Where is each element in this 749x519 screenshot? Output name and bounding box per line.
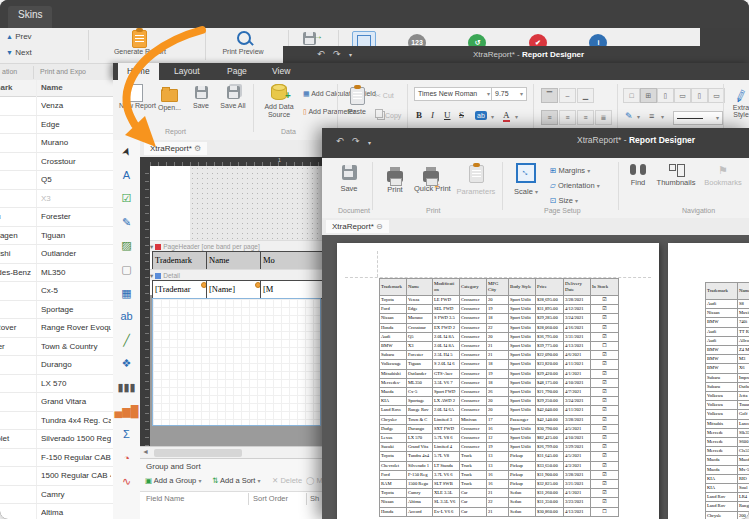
grid-row[interactable]: Chevrolet Silverado 1500 Regular Ca — [0, 430, 113, 449]
quick-print-button[interactable]: ★ Quick Print — [414, 160, 448, 193]
print-button[interactable]: Print — [380, 160, 410, 194]
border-left-button[interactable]: ▯ — [657, 88, 674, 103]
header-cell-model[interactable]: Mo — [260, 251, 322, 270]
save-report-button[interactable]: Save — [187, 85, 215, 109]
grid-row[interactable]: Honda Crosstour — [0, 153, 113, 172]
grid-row[interactable]: Chrysler Town & Country — [0, 338, 113, 357]
toolbox-item[interactable]: ◔ — [113, 447, 140, 471]
align-top-button[interactable]: ▔ — [541, 88, 558, 103]
grid-row[interactable]: RAM 1500 Regular CAB 4X4 — [0, 467, 113, 486]
toolbox-item[interactable]: A — [113, 164, 140, 188]
strikethrough-button[interactable]: S — [459, 110, 464, 120]
grid-row[interactable]: Mitsubishi Outlander — [0, 245, 113, 264]
grid-row[interactable]: KIA Sportage — [0, 301, 113, 320]
sort-order-column-header[interactable]: Sort Order — [253, 494, 288, 503]
align-middle-button[interactable]: – — [559, 88, 576, 103]
grid-row[interactable]: Lexus LX 570 — [0, 375, 113, 394]
grid-row[interactable]: Dodge Durango — [0, 356, 113, 375]
border-top-button[interactable]: ▭ — [674, 88, 691, 103]
add-group-button[interactable]: ▣ Add a Group ▾ — [145, 476, 201, 485]
field-name-column-header[interactable]: Field Name — [146, 494, 184, 503]
grid-row[interactable]: Volkswagen Tiguan — [0, 227, 113, 246]
text-justify-button[interactable]: ≣ — [595, 110, 612, 125]
copy-button[interactable]: Copy — [375, 109, 401, 119]
redo-icon[interactable]: ↷ — [333, 49, 341, 59]
redo-icon[interactable]: ↷ — [352, 136, 360, 146]
close-tab-icon[interactable]: ⊖ — [376, 222, 383, 231]
gear-icon[interactable]: ⚙ — [194, 144, 201, 153]
band-empty-area[interactable] — [152, 298, 321, 426]
print-preview-area[interactable]: TrademarkName Modificati onCategory MPG … — [322, 235, 749, 519]
toolbox-item[interactable]: ☑ — [113, 187, 140, 211]
toolbox-item[interactable]: ✎ — [113, 211, 140, 235]
toolbox-item[interactable]: ▄▆█ — [113, 400, 140, 424]
group-sort-empty-list[interactable] — [140, 505, 322, 519]
grid-row[interactable]: Toyota Venza — [0, 97, 113, 116]
align-bottom-button[interactable]: ▁ — [577, 88, 594, 103]
grid-row[interactable]: Mercedes-Benz ML350 — [0, 264, 113, 283]
detail-cell-model[interactable]: [M — [260, 280, 322, 299]
quick-access-dropdown-icon[interactable]: ▾ — [368, 139, 371, 146]
border-color-dropdown-icon[interactable]: ▾ — [637, 113, 640, 120]
grid-row[interactable]: BMW X3 — [0, 190, 113, 209]
scroll-left-icon[interactable]: ◄ — [142, 448, 149, 455]
add-data-source-button[interactable]: + Add Data Source — [259, 84, 299, 119]
paste-button[interactable]: Paste — [343, 85, 371, 115]
detail-cell-trademark[interactable]: [Trademar — [152, 280, 209, 299]
border-all-button[interactable]: ⊞ — [640, 88, 657, 103]
preview-document-tab[interactable]: XtraReport* ⊖ — [326, 220, 389, 233]
extract-style-button[interactable]: 🖉 ExtraStyle — [729, 86, 749, 118]
underline-button[interactable]: U — [444, 110, 451, 120]
grid-row[interactable]: Ford F-150 Regular CAB 4X4 — [0, 449, 113, 468]
vertical-ruler[interactable] — [140, 166, 150, 446]
bookmarks-button[interactable]: ⚑ Bookmarks — [700, 160, 746, 187]
grid-row[interactable]: Ford Edge — [0, 116, 113, 135]
prev-skin-button[interactable]: ▲ Prev — [6, 32, 32, 41]
quick-access-dropdown-icon[interactable]: ▾ — [349, 51, 352, 58]
find-button[interactable]: Find — [624, 160, 652, 187]
undo-icon[interactable]: ↶ — [317, 49, 325, 59]
header-cell-name[interactable]: Name — [206, 251, 263, 270]
orientation-button[interactable]: ▱ Orientation ▾ — [550, 181, 600, 190]
toolbox-item[interactable]: ▢ — [113, 258, 140, 282]
save-all-button[interactable]: Save All — [217, 85, 249, 109]
line-width-select[interactable]: ▾ — [673, 111, 723, 125]
toolbox-item[interactable]: ∿ — [113, 470, 140, 494]
print-preview-button[interactable]: Print Preview — [215, 30, 275, 62]
scrollbar-thumb[interactable] — [154, 449, 242, 457]
tab-home[interactable]: Home — [118, 63, 159, 80]
italic-button[interactable]: I — [431, 110, 434, 120]
margins-button[interactable]: ⊞ Margins ▾ — [550, 166, 590, 175]
toolbox-item[interactable]: ❖ — [113, 352, 140, 376]
undo-icon[interactable]: ↶ — [336, 136, 344, 146]
designer-document-tab[interactable]: XtraReport* ⚙ — [144, 142, 207, 155]
border-none-button[interactable]: □ — [623, 88, 640, 103]
text-left-button[interactable]: ≡ — [541, 110, 558, 125]
cut-button[interactable]: ✂ Cut — [375, 92, 394, 100]
grid-row[interactable]: Toyota Camry — [0, 486, 113, 505]
detail-cell-name[interactable]: [Name] — [206, 280, 263, 299]
font-color-button[interactable]: A — [503, 110, 510, 122]
grid-row[interactable]: Toyota Tundra 4x4 Reg. Cab — [0, 412, 113, 431]
bold-button[interactable]: B — [416, 110, 422, 120]
next-skin-button[interactable]: ▼ Next — [6, 48, 32, 57]
save-button[interactable]: Save — [334, 163, 364, 193]
scale-button[interactable]: ↔ Scale ▾ — [510, 163, 542, 196]
grid-row[interactable]: Nissan Altima — [0, 504, 113, 519]
thumbnails-button[interactable]: Thumbnails — [654, 160, 698, 187]
horizontal-ruler[interactable]: 1 — [150, 157, 322, 166]
toolbox-item[interactable]: Σ — [113, 423, 140, 447]
toolbox-item[interactable]: ▨ — [113, 234, 140, 258]
grid-row[interactable]: Nissan Murano — [0, 134, 113, 153]
grid-row[interactable]: Mazda Cx-5 — [0, 282, 113, 301]
toolbox-item[interactable]: ▦ — [113, 282, 140, 306]
tab-view[interactable]: View — [263, 63, 299, 80]
tab-layout[interactable]: Layout — [165, 63, 209, 80]
text-right-button[interactable]: ≡ — [577, 110, 594, 125]
border-right-button[interactable]: ▯ — [691, 88, 708, 103]
font-size-select[interactable]: 9.75▾ — [491, 87, 527, 101]
toolbox-item[interactable]: ab — [113, 305, 140, 329]
grid-row[interactable]: Suzuki Grand Vitara — [0, 393, 113, 412]
new-report-button[interactable]: New Report — [119, 84, 152, 109]
toolbox-item[interactable]: ╱ — [113, 329, 140, 353]
